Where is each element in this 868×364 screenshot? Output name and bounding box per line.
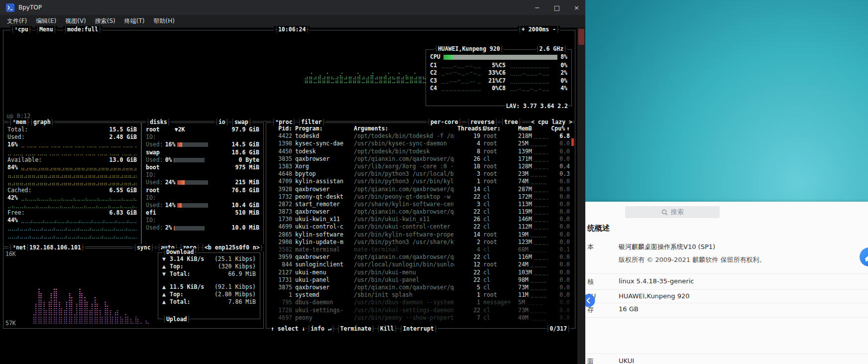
column-header-cpu: Cpu%↑ <box>551 125 570 132</box>
menubar-item-terminal[interactable]: 终端(T) <box>121 16 148 26</box>
proc-sort-selector[interactable]: < cpu lazy > <box>531 119 573 126</box>
process-row[interactable]: 1398kysec-sync-dae/usr/sbin/kysec-sync-d… <box>270 140 570 147</box>
process-memory: 98M⣀⣀⣀⣀ <box>518 276 548 284</box>
process-row[interactable]: 4709kylin-assistan/usr/bin/python3 /usr/… <box>270 178 570 185</box>
process-row[interactable]: 4648bpytop/usr/bin/python3 /usr/local/bi… <box>270 170 570 178</box>
close-button[interactable]: × <box>574 4 579 11</box>
disk-total-size: 510 MiB <box>235 209 259 217</box>
process-row[interactable]: 1732peony-qt-deskt/usr/bin/peony-qt-desk… <box>270 193 570 201</box>
disk-used-label: Used: <box>146 179 163 186</box>
process-row[interactable]: 4450todesk/opt/todesk/bin/todesk8root139… <box>270 148 570 155</box>
process-row[interactable]: 795dbus-daemon/usr/bin/dbus-daemon --sys… <box>270 299 570 306</box>
process-row[interactable]: 2908kylin-update-m/usr/bin/python3 /usr/… <box>270 239 570 246</box>
mem-graph-toggle[interactable]: graph <box>29 119 55 126</box>
process-row[interactable]: 3873qaxbrowser/opt/qianxin.com/qaxbrowse… <box>270 208 570 216</box>
search-input[interactable]: 搜索 <box>625 206 720 218</box>
terminal-scrollbar-thumb[interactable] <box>578 29 584 45</box>
disks-io-toggle[interactable]: io <box>215 119 229 126</box>
core-name: C3 <box>430 77 439 85</box>
cpu-core: C6⣀⣀⣀⠤⣀⣀⣀⠤⣀⣀2% <box>499 69 567 77</box>
process-user: cl <box>483 186 515 193</box>
process-row[interactable]: 3928qaxbrowser/opt/qianxin.com/qaxbrowse… <box>270 186 570 193</box>
process-memory: 171M⣀⣀⣀⣀ <box>518 155 548 163</box>
process-row[interactable]: 4422todeskd/opt/todesk/bin/todeskd -f /o… <box>270 132 570 140</box>
process-threads: 1 <box>457 178 480 185</box>
process-row[interactable]: 1730ukui-kwin_x11/usr/bin/ukui-kwin_x112… <box>270 216 570 223</box>
process-memory-graph: ⣀⣀⣀⣀ <box>534 163 548 170</box>
core-name: C1 <box>430 62 439 69</box>
disk-io-row: IO: <box>146 194 259 202</box>
menubar-item-search[interactable]: 搜索(S) <box>92 16 118 26</box>
proc-reverse-toggle[interactable]: reverse <box>466 119 498 126</box>
process-memory-value: 171M <box>518 155 532 162</box>
disk-used-meter <box>177 142 208 147</box>
sidebar-expand-button[interactable] <box>585 294 595 307</box>
process-arguments: /usr/bin/python3 /usr/local/bi <box>354 170 454 178</box>
process-memory: 40M⣀⣀⣀⣀ <box>518 314 548 322</box>
update-interval-control[interactable]: + 2000ms - <box>518 26 560 33</box>
process-memory: 11M⣀⣀⣀⣀ <box>518 291 548 299</box>
cpu-total-label: CPU <box>430 53 440 61</box>
process-row[interactable]: 3959qaxbrowser/opt/qianxin.com/qaxbrowse… <box>270 253 570 261</box>
process-row[interactable]: 3582mate-terminalmate-terminal4cl68M⣀⣀⣀⣀… <box>270 246 570 253</box>
menubar-item-file[interactable]: 文件(F) <box>4 16 30 26</box>
proc-footer-button[interactable]: Interrupt <box>399 325 437 333</box>
core-name: C6 <box>499 69 508 77</box>
disk-used-row: Used:16%14.5 GiB <box>146 141 259 148</box>
proc-percore-toggle[interactable]: per-core <box>427 119 462 126</box>
process-row[interactable]: 1383Xorg/usr/lib/xorg/Xorg -core :0 -s18… <box>270 163 570 170</box>
process-row[interactable]: 1731ukui-panel/usr/bin/ukui-panel22cl98M… <box>270 276 570 284</box>
proc-scroll-indicator[interactable] <box>571 138 574 146</box>
disk-used-percent: 24% <box>165 179 176 186</box>
process-row[interactable]: 3835qaxbrowser/opt/qianxin.com/qaxbrowse… <box>270 155 570 163</box>
process-memory-graph: ⣀⣀⣀⣀ <box>530 291 547 298</box>
process-memory: 5M⣀⣀⣀⣀ <box>518 299 548 306</box>
menubar-item-edit[interactable]: 编辑(E) <box>33 16 59 26</box>
process-row[interactable]: 2127ukui-menu/usr/bin/ukui-menu22cl103M⣀… <box>270 269 570 276</box>
mem-stat-percent: 44% <box>7 217 18 224</box>
mem-stat-graph: ⣀⢀⣀⣀⢀⣀⣀⢀⣀⣀⢀⣀⣀⢀⣀⣀⢀⣀⣀⢀⣀⣀⢀⣀⣀⢀⣀⣀⢀⣀⣀⢀⣀⣀⢀⣀⣀⢀⣀⣀ <box>7 149 137 156</box>
minimize-button[interactable]: − <box>535 4 540 11</box>
process-row[interactable]: 1systemd/sbin/init splash1root11M⣀⣀⣀⣀0.0 <box>270 291 570 299</box>
process-row[interactable]: 4699ukui-control-c/usr/bin/ukui-control-… <box>270 223 570 231</box>
process-memory: 287M⣀⣀⣀⣀ <box>518 186 548 193</box>
mem-stat-value: 6.55 GiB <box>109 187 137 194</box>
column-header-pid: Pid: <box>270 125 292 132</box>
proc-footer-button[interactable]: Kill <box>376 325 398 333</box>
process-memory-value: 25M <box>518 140 529 147</box>
process-memory-graph: ⣀⣀⣀⣀ <box>530 307 547 314</box>
process-row[interactable]: 2872start_remoter/usr/share/kylin-softwa… <box>270 201 570 208</box>
mem-stat-value: 2.48 GiB <box>109 133 137 141</box>
process-row[interactable]: 1728ukui-settings-/usr/bin/ukui-settings… <box>270 307 570 314</box>
assistant-badge-icon[interactable] <box>859 247 868 267</box>
process-memory-value: 119M <box>518 208 532 215</box>
net-rate-value: 7.86 MiB <box>228 298 256 306</box>
titlebar[interactable]: BpyTOP − □ × <box>0 0 585 15</box>
disks-swap-toggle[interactable]: swap <box>230 119 252 126</box>
process-row[interactable]: 4697peony/usr/bin/peony --show-properti7… <box>270 314 570 322</box>
screen: BpyTOP − □ × 文件(F) 编辑(E) 视图(V) 搜索(S) 终端(… <box>0 0 868 364</box>
process-row[interactable]: 2865kylin-software/usr/bin/kylin-softwar… <box>270 231 570 239</box>
process-row[interactable]: 844sunloginclient/usr/local/sunlogin/bin… <box>270 261 570 268</box>
menu-button[interactable]: Menu <box>35 26 57 33</box>
maximize-button[interactable]: □ <box>554 4 560 11</box>
proc-footer-button[interactable]: info ↵ <box>307 325 335 333</box>
menubar-item-view[interactable]: 视图(V) <box>62 16 89 26</box>
mode-toggle[interactable]: mode:full <box>63 26 102 33</box>
net-interface-switch[interactable]: <b enp125s0f0 n> <box>201 244 264 251</box>
upload-arrow-icon: ▲ <box>162 283 167 291</box>
proc-filter-button[interactable]: filter <box>297 119 326 126</box>
net-sync-toggle[interactable]: sync <box>133 244 155 251</box>
proc-footer-button[interactable]: ↑ select ↓ <box>270 325 306 333</box>
disk-used-label: Used: <box>146 141 163 148</box>
process-arguments: /opt/qianxin.com/qaxbrowser/qa <box>354 284 454 291</box>
process-row[interactable]: 3875qaxbrowser/opt/qianxin.com/qaxbrowse… <box>270 284 570 291</box>
terminal-scrollbar[interactable] <box>577 28 585 364</box>
menubar-item-help[interactable]: 帮助(H) <box>150 16 177 26</box>
mem-stat-label: Used: <box>7 133 25 141</box>
core-name: C2 <box>430 69 439 77</box>
proc-footer-button[interactable]: Terminate <box>336 325 375 333</box>
disk-name: boot <box>146 164 160 171</box>
proc-tree-toggle[interactable]: tree <box>500 119 522 126</box>
info-value: UKUI <box>619 357 634 364</box>
